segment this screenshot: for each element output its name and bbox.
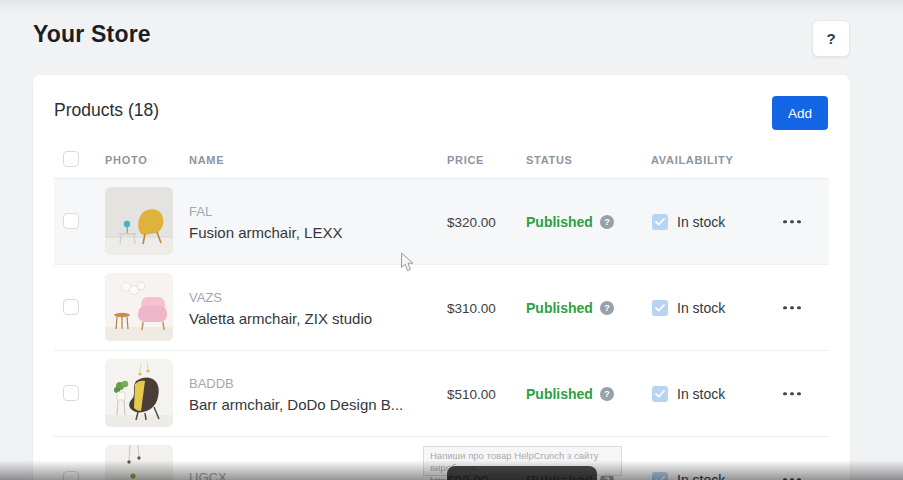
top-vignette (0, 0, 903, 13)
status-help-icon[interactable]: ? (600, 387, 614, 401)
table-row: BADDB Barr armchair, DoDo Design B... $5… (54, 351, 829, 437)
page-title: Your Store (33, 21, 151, 48)
product-price: $310.00 (447, 300, 496, 315)
row-actions-menu-icon[interactable] (781, 472, 803, 480)
check-icon (655, 218, 665, 226)
product-photo (105, 187, 173, 255)
product-photo (105, 445, 173, 480)
availability-cell: In stock (652, 386, 725, 402)
in-stock-checkbox[interactable] (652, 214, 668, 230)
products-panel: Products (18) Add PHOTO NAME PRICE STATU… (33, 75, 850, 480)
row-actions-menu-icon[interactable] (781, 300, 803, 316)
product-price: $320.00 (447, 214, 496, 229)
row-select-checkbox[interactable] (63, 471, 79, 480)
check-icon (655, 476, 665, 480)
in-stock-label: In stock (677, 300, 725, 316)
table-row: VAZS Valetta armchair, ZIX studio $310.0… (54, 265, 829, 351)
column-header-price: PRICE (447, 154, 484, 166)
product-name: Barr armchair, DoDo Design B... (189, 395, 403, 412)
product-photo (105, 273, 173, 341)
add-product-button[interactable]: Add (772, 96, 828, 130)
status-label: Published (526, 214, 593, 230)
select-all-checkbox[interactable] (63, 151, 79, 167)
help-icon: ? (826, 30, 835, 47)
check-icon (655, 390, 665, 398)
panel-title: Products (18) (54, 100, 159, 121)
product-sku: VAZS (189, 289, 372, 304)
product-name-cell[interactable]: BADDB Barr armchair, DoDo Design B... (189, 375, 403, 412)
product-name-cell[interactable]: FAL Fusion armchair, LEXX (189, 203, 342, 240)
product-sku: UGCX (189, 470, 227, 480)
table-header: PHOTO NAME PRICE STATUS AVAILABILITY (54, 141, 829, 179)
in-stock-checkbox[interactable] (652, 386, 668, 402)
column-header-name: NAME (189, 154, 224, 166)
product-status: Published ? (526, 300, 614, 316)
product-sku: BADDB (189, 375, 403, 390)
availability-cell: In stock (652, 300, 725, 316)
row-select-checkbox[interactable] (63, 385, 79, 401)
in-stock-label: In stock (677, 472, 725, 480)
availability-cell: In stock (652, 214, 725, 230)
check-icon (655, 304, 665, 312)
panel-header: Products (18) Add (54, 75, 829, 141)
availability-cell: In stock (652, 472, 725, 480)
status-help-icon[interactable]: ? (600, 215, 614, 229)
product-status: Published ? (526, 214, 614, 230)
row-actions-menu-icon[interactable] (781, 214, 803, 230)
product-status: Published ? (526, 386, 614, 402)
product-name: Fusion armchair, LEXX (189, 223, 342, 240)
status-label: Published (526, 300, 593, 316)
product-photo (105, 359, 173, 427)
column-header-availability: AVAILABILITY (651, 154, 734, 166)
row-actions-menu-icon[interactable] (781, 386, 803, 402)
status-label: Published (526, 386, 593, 402)
in-stock-label: In stock (677, 386, 725, 402)
status-help-icon[interactable]: ? (600, 301, 614, 315)
in-stock-checkbox[interactable] (652, 472, 668, 480)
help-button[interactable]: ? (812, 20, 850, 57)
product-name: Valetta armchair, ZIX studio (189, 309, 372, 326)
row-select-checkbox[interactable] (63, 299, 79, 315)
product-sku: FAL (189, 203, 342, 218)
product-name-cell[interactable]: UGCX (189, 470, 227, 480)
column-header-status: STATUS (526, 154, 573, 166)
row-select-checkbox[interactable] (63, 213, 79, 229)
in-stock-label: In stock (677, 214, 725, 230)
in-stock-checkbox[interactable] (652, 300, 668, 316)
product-price: $510.00 (447, 386, 496, 401)
video-scrubber-bar (447, 466, 597, 480)
app-screen: Your Store ? Products (18) Add PHOTO NAM… (0, 0, 903, 480)
table-row: FAL Fusion armchair, LEXX $320.00 Publis… (54, 179, 829, 265)
column-header-photo: PHOTO (105, 154, 147, 166)
product-name-cell[interactable]: VAZS Valetta armchair, ZIX studio (189, 289, 372, 326)
